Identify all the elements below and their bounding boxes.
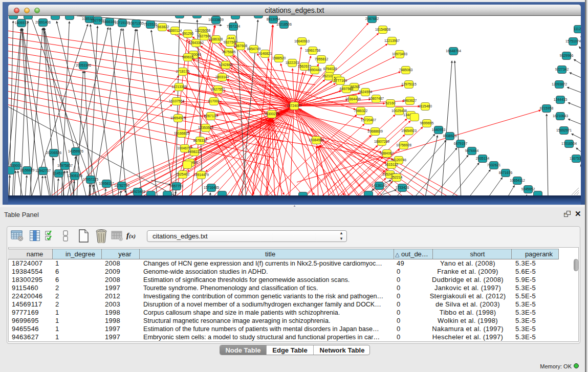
svg-text:11156829: 11156829 (19, 168, 34, 172)
svg-text:20206526: 20206526 (46, 151, 61, 155)
svg-text:17957225: 17957225 (83, 178, 98, 181)
svg-text:12923448: 12923448 (130, 190, 145, 193)
svg-text:18807249: 18807249 (374, 140, 389, 143)
svg-text:9657791: 9657791 (170, 184, 184, 188)
svg-text:8990448: 8990448 (308, 68, 322, 72)
svg-text:12905135: 12905135 (67, 174, 82, 178)
svg-text:7986322: 7986322 (354, 109, 368, 113)
svg-text:10688609: 10688609 (367, 129, 383, 133)
svg-text:14914479: 14914479 (193, 173, 209, 177)
svg-text:12942757: 12942757 (35, 169, 51, 172)
svg-text:989615: 989615 (182, 55, 194, 59)
svg-text:9329966: 9329966 (560, 54, 574, 57)
svg-text:9463627: 9463627 (403, 99, 417, 102)
svg-text:8471676: 8471676 (499, 171, 513, 174)
svg-text:20691406: 20691406 (35, 20, 51, 24)
svg-text:8938923: 8938923 (443, 134, 457, 138)
svg-text:17016504: 17016504 (561, 142, 577, 145)
svg-text:7625402: 7625402 (176, 172, 190, 176)
svg-text:1244415: 1244415 (554, 98, 568, 101)
svg-text:817004: 817004 (208, 99, 220, 103)
svg-text:8427552: 8427552 (211, 87, 225, 91)
svg-text:2087682: 2087682 (365, 17, 379, 20)
svg-text:7955812: 7955812 (315, 57, 329, 61)
svg-text:1562615: 1562615 (298, 64, 312, 68)
svg-text:16154808: 16154808 (375, 28, 390, 31)
svg-text:10756928: 10756928 (396, 143, 411, 147)
svg-text:16210643: 16210643 (553, 114, 568, 118)
svg-text:6794028: 6794028 (323, 67, 337, 71)
svg-text:9245652: 9245652 (521, 187, 535, 191)
svg-text:9777169: 9777169 (334, 79, 347, 82)
svg-text:9699695: 9699695 (420, 121, 434, 125)
svg-text:9227342: 9227342 (555, 68, 569, 71)
svg-text:16640910: 16640910 (294, 39, 310, 43)
svg-text:114519: 114519 (53, 171, 64, 175)
svg-text:2718176: 2718176 (176, 70, 190, 73)
svg-text:12093872: 12093872 (552, 82, 567, 86)
svg-text:1167534: 1167534 (570, 157, 581, 160)
svg-text:10719155: 10719155 (115, 21, 130, 25)
svg-text:62160: 62160 (386, 101, 396, 105)
svg-text:8454749: 8454749 (247, 47, 261, 51)
svg-text:10973493: 10973493 (392, 52, 407, 56)
svg-text:12353594: 12353594 (198, 126, 213, 129)
svg-text:12213369: 12213369 (171, 85, 187, 89)
svg-text:891295: 891295 (182, 32, 194, 35)
svg-text:14136141: 14136141 (372, 184, 387, 187)
svg-text:15300275: 15300275 (264, 112, 279, 116)
svg-text:8215958: 8215958 (540, 106, 554, 110)
svg-text:3675685: 3675685 (222, 50, 236, 54)
svg-text:1822203: 1822203 (286, 61, 299, 64)
svg-text:16648764: 16648764 (446, 49, 461, 53)
svg-text:2935134: 2935134 (476, 157, 490, 160)
svg-text:1733426: 1733426 (396, 186, 409, 189)
svg-text:19654923: 19654923 (170, 116, 186, 120)
svg-text:19166825: 19166825 (174, 132, 189, 135)
svg-text:2867608: 2867608 (234, 44, 248, 48)
svg-text:9327508: 9327508 (224, 40, 237, 44)
svg-text:18724007: 18724007 (287, 104, 302, 107)
svg-text:7663822: 7663822 (156, 25, 169, 29)
svg-text:10958117: 10958117 (99, 182, 114, 185)
svg-text:20364436: 20364436 (345, 97, 361, 101)
svg-text:14359926: 14359926 (68, 149, 83, 153)
svg-text:16961758: 16961758 (305, 49, 320, 52)
svg-text:8813054: 8813054 (267, 17, 280, 21)
svg-text:8186328: 8186328 (209, 37, 223, 41)
svg-text:9115460: 9115460 (419, 104, 432, 108)
svg-text:6497568: 6497568 (340, 87, 354, 91)
svg-text:16033809: 16033809 (208, 18, 224, 21)
svg-text:10671355: 10671355 (128, 21, 144, 25)
svg-text:252214: 252214 (391, 176, 403, 179)
svg-text:10975857: 10975857 (57, 164, 73, 167)
svg-text:15751074: 15751074 (565, 39, 581, 43)
svg-text:16782759: 16782759 (114, 184, 129, 187)
svg-text:9384067: 9384067 (380, 151, 394, 155)
svg-text:10025438: 10025438 (391, 109, 407, 113)
svg-text:13226058: 13226058 (195, 29, 210, 32)
svg-text:3624554: 3624554 (359, 90, 373, 94)
svg-text:7632621: 7632621 (487, 163, 501, 167)
svg-text:1588520: 1588520 (272, 56, 286, 60)
svg-text:1615112: 1615112 (385, 163, 398, 166)
svg-text:10807487: 10807487 (368, 97, 384, 100)
svg-text:19384554: 19384554 (309, 138, 324, 142)
svg-text:12975115: 12975115 (401, 82, 417, 86)
svg-text:1498222: 1498222 (188, 150, 202, 154)
svg-text:9146821: 9146821 (258, 52, 272, 55)
svg-text:12213967: 12213967 (384, 39, 400, 42)
svg-text:9474444: 9474444 (465, 149, 479, 152)
svg-text:9242848: 9242848 (219, 63, 233, 67)
svg-text:1405572: 1405572 (15, 21, 29, 25)
svg-text:19654923: 19654923 (401, 129, 417, 133)
svg-text:8660124: 8660124 (168, 29, 182, 32)
svg-text:19218506: 19218506 (276, 23, 292, 26)
svg-text:15720407: 15720407 (361, 118, 376, 122)
svg-text:7357224: 7357224 (227, 25, 241, 28)
svg-text:1640953: 1640953 (432, 128, 446, 132)
svg-text:16107554: 16107554 (169, 99, 184, 103)
svg-text:6479197: 6479197 (454, 142, 468, 145)
svg-text:7485063: 7485063 (399, 68, 413, 72)
svg-text:8267130: 8267130 (204, 114, 218, 118)
